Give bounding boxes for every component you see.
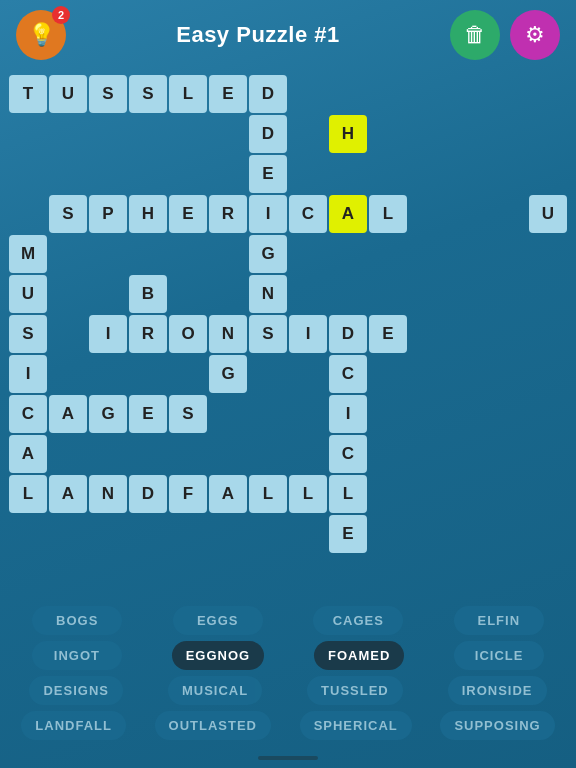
grid-cell: [449, 355, 487, 393]
grid-cell[interactable]: E: [209, 75, 247, 113]
grid-cell[interactable]: L: [9, 475, 47, 513]
grid-cell[interactable]: M: [9, 235, 47, 273]
word-chip[interactable]: LANDFALL: [21, 711, 126, 740]
word-chip[interactable]: INGOT: [32, 641, 122, 670]
grid-cell[interactable]: A: [329, 195, 367, 233]
wordbank-row: BOGSEGGSCAGESELFIN: [10, 606, 566, 635]
grid-cell: [489, 75, 527, 113]
grid-cell: [449, 315, 487, 353]
grid-cell[interactable]: E: [329, 515, 367, 553]
word-chip[interactable]: SUPPOSING: [440, 711, 554, 740]
grid-cell[interactable]: E: [369, 315, 407, 353]
grid-cell[interactable]: H: [129, 195, 167, 233]
grid-cell[interactable]: U: [49, 75, 87, 113]
grid-cell[interactable]: C: [329, 435, 367, 473]
grid-cell[interactable]: S: [9, 315, 47, 353]
word-chip[interactable]: OUTLASTED: [155, 711, 271, 740]
grid-cell[interactable]: D: [249, 75, 287, 113]
word-chip[interactable]: FOAMED: [314, 641, 404, 670]
word-chip[interactable]: BOGS: [32, 606, 122, 635]
grid-cell[interactable]: S: [169, 395, 207, 433]
grid-cell[interactable]: P: [89, 195, 127, 233]
grid-cell[interactable]: R: [209, 195, 247, 233]
grid-cell[interactable]: A: [49, 395, 87, 433]
grid-cell[interactable]: L: [169, 75, 207, 113]
grid-cell[interactable]: S: [49, 195, 87, 233]
grid-cell: [409, 555, 447, 593]
grid-cell: [369, 235, 407, 273]
grid-cell[interactable]: S: [129, 75, 167, 113]
grid-cell: [49, 315, 87, 353]
grid-cell[interactable]: A: [209, 475, 247, 513]
grid-cell[interactable]: G: [89, 395, 127, 433]
word-chip[interactable]: CAGES: [313, 606, 403, 635]
grid-cell[interactable]: I: [329, 395, 367, 433]
grid-cell[interactable]: C: [289, 195, 327, 233]
grid-cell: [89, 235, 127, 273]
word-chip[interactable]: TUSSLED: [307, 676, 403, 705]
grid-cell: [529, 75, 567, 113]
grid-cell: [289, 515, 327, 553]
grid-cell[interactable]: C: [329, 355, 367, 393]
grid-cell[interactable]: U: [9, 275, 47, 313]
grid-cell[interactable]: N: [209, 315, 247, 353]
grid-cell[interactable]: A: [9, 435, 47, 473]
grid-cell[interactable]: D: [329, 315, 367, 353]
grid-cell[interactable]: L: [249, 475, 287, 513]
grid-cell[interactable]: I: [9, 355, 47, 393]
grid-cell: [289, 355, 327, 393]
grid-cell[interactable]: E: [169, 195, 207, 233]
grid-cell[interactable]: C: [9, 395, 47, 433]
word-chip[interactable]: ICICLE: [454, 641, 544, 670]
grid-cell: [489, 395, 527, 433]
grid-cell[interactable]: S: [249, 315, 287, 353]
grid-cell[interactable]: O: [169, 315, 207, 353]
word-chip[interactable]: MUSICAL: [168, 676, 262, 705]
grid-cell: [289, 115, 327, 153]
grid-cell[interactable]: I: [289, 315, 327, 353]
trash-button[interactable]: 🗑: [450, 10, 500, 60]
word-chip[interactable]: IRONSIDE: [448, 676, 547, 705]
grid-cell: [49, 515, 87, 553]
grid-cell[interactable]: L: [329, 475, 367, 513]
word-chip[interactable]: DESIGNS: [29, 676, 123, 705]
grid-cell: [209, 275, 247, 313]
grid-cell[interactable]: E: [129, 395, 167, 433]
word-chip[interactable]: EGGS: [173, 606, 263, 635]
grid-cell[interactable]: I: [249, 195, 287, 233]
settings-button[interactable]: ⚙: [510, 10, 560, 60]
grid-cell[interactable]: R: [129, 315, 167, 353]
grid-cell[interactable]: T: [9, 75, 47, 113]
grid-cell: [249, 435, 287, 473]
grid-cell[interactable]: F: [169, 475, 207, 513]
hint-button[interactable]: 2 💡: [16, 10, 66, 60]
grid-cell[interactable]: E: [249, 155, 287, 193]
grid-cell: [489, 355, 527, 393]
grid-cell: [9, 555, 47, 593]
grid-cell[interactable]: B: [129, 275, 167, 313]
grid-cell[interactable]: D: [249, 115, 287, 153]
grid-cell[interactable]: U: [529, 195, 567, 233]
grid-cell: [409, 435, 447, 473]
word-chip[interactable]: EGGNOG: [172, 641, 265, 670]
grid-cell: [209, 235, 247, 273]
grid-cell[interactable]: N: [249, 275, 287, 313]
grid-cell: [409, 195, 447, 233]
grid-cell[interactable]: A: [49, 475, 87, 513]
grid-cell: [89, 275, 127, 313]
word-chip[interactable]: ELFIN: [454, 606, 544, 635]
grid-cell[interactable]: L: [289, 475, 327, 513]
gear-icon: ⚙: [525, 22, 545, 48]
crossword-grid[interactable]: TUSSLEDDHESPHERICALUMGUBNSIRONSIDEIGCCAG…: [9, 75, 567, 593]
word-chip[interactable]: SPHERICAL: [300, 711, 412, 740]
grid-cell[interactable]: S: [89, 75, 127, 113]
grid-cell[interactable]: I: [89, 315, 127, 353]
grid-cell[interactable]: H: [329, 115, 367, 153]
grid-cell[interactable]: D: [129, 475, 167, 513]
grid-cell[interactable]: G: [249, 235, 287, 273]
grid-cell[interactable]: G: [209, 355, 247, 393]
grid-cell: [369, 395, 407, 433]
grid-cell[interactable]: L: [369, 195, 407, 233]
grid-cell: [369, 475, 407, 513]
grid-cell[interactable]: N: [89, 475, 127, 513]
